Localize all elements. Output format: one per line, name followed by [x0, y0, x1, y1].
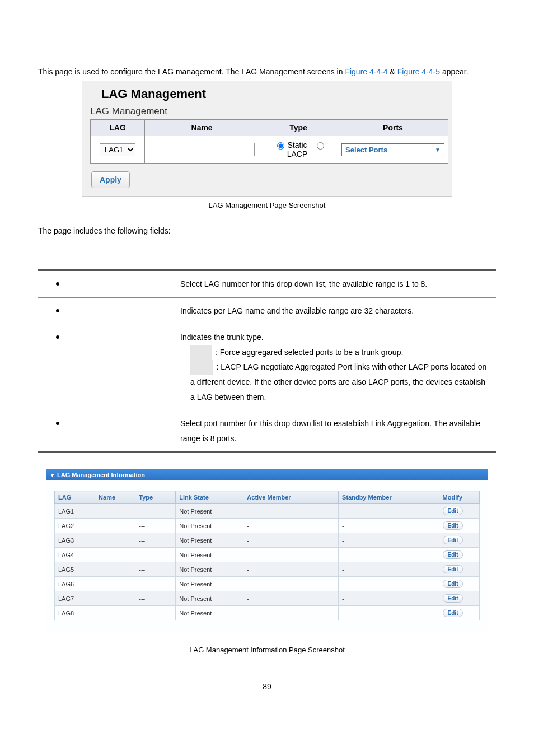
figure-link-2[interactable]: Figure 4-4-5 [397, 67, 440, 76]
lag-management-screenshot: LAG Management LAG Management LAG Name T… [82, 81, 452, 197]
cell-standby: - [339, 606, 439, 620]
page-number: 89 [38, 682, 496, 691]
cell-lag: LAG8 [55, 606, 95, 620]
cell-link: Not Present [176, 548, 243, 562]
cell-link: Not Present [176, 533, 243, 548]
lag-select[interactable]: LAG1 [100, 143, 135, 156]
section-subtitle: LAG Management [90, 106, 446, 117]
desc-row: Select port number for this drop down li… [38, 410, 496, 452]
edit-button[interactable]: Edit [443, 550, 463, 559]
apply-button[interactable]: Apply [91, 171, 130, 188]
th-link: Link State [176, 491, 243, 504]
desc-row: Select LAG number for this drop down lis… [38, 270, 496, 298]
cell-active: - [243, 562, 339, 577]
panel-header[interactable]: ▾ LAG Management Information [46, 469, 488, 480]
fields-description-table: Select LAG number for this drop down lis… [38, 240, 496, 453]
cell-standby: - [339, 577, 439, 591]
intro-paragraph: This page is used to configure the LAG m… [38, 67, 496, 76]
col-lag: LAG [91, 120, 145, 136]
cell-type: --- [135, 504, 176, 519]
cell-active: - [243, 577, 339, 591]
cell-link: Not Present [176, 606, 243, 620]
cell-modify: Edit [439, 504, 479, 519]
cell-active: - [243, 504, 339, 519]
th-modify: Modify [439, 491, 479, 504]
cell-lag: LAG7 [55, 591, 95, 606]
col-ports: Ports [338, 120, 448, 136]
cell-type: --- [135, 606, 176, 620]
cell-type: --- [135, 562, 176, 577]
cell-modify: Edit [439, 548, 479, 562]
cell-active: - [243, 591, 339, 606]
chevron-down-icon: ▼ [435, 147, 441, 153]
fields-intro: The page includes the following fields: [38, 226, 496, 235]
cell-modify: Edit [439, 533, 479, 548]
figure-caption-1: LAG Management Page Screenshot [38, 201, 496, 209]
cell-name [95, 562, 135, 577]
edit-button[interactable]: Edit [443, 594, 463, 603]
cell-lag: LAG4 [55, 548, 95, 562]
edit-button[interactable]: Edit [443, 507, 463, 515]
lag-info-table: LAG Name Type Link State Active Member S… [54, 491, 480, 620]
lag-form-table: LAG Name Type Ports LAG1 S [90, 119, 448, 164]
cell-active: - [243, 533, 339, 548]
th-type: Type [135, 491, 176, 504]
figure-link-1[interactable]: Figure 4-4-4 [345, 67, 387, 76]
bullet-icon [56, 309, 59, 312]
col-name: Name [145, 120, 259, 136]
figure-caption-2: LAG Management Information Page Screensh… [38, 646, 496, 654]
cell-name [95, 591, 135, 606]
edit-button[interactable]: Edit [443, 521, 463, 530]
cell-link: Not Present [176, 562, 243, 577]
cell-standby: - [339, 504, 439, 519]
bullet-icon [56, 422, 59, 425]
cell-active: - [243, 548, 339, 562]
cell-link: Not Present [176, 591, 243, 606]
cell-standby: - [339, 519, 439, 533]
cell-name [95, 606, 135, 620]
cell-name [95, 577, 135, 591]
chevron-down-icon: ▾ [51, 472, 54, 478]
edit-button[interactable]: Edit [443, 580, 463, 588]
cell-type: --- [135, 548, 176, 562]
bullet-icon [56, 335, 59, 339]
table-row: LAG6---Not Present--Edit [55, 577, 480, 591]
table-row: LAG1---Not Present--Edit [55, 504, 480, 519]
type-lacp-radio[interactable] [317, 142, 324, 150]
th-name: Name [95, 491, 135, 504]
cell-type: --- [135, 519, 176, 533]
cell-lag: LAG2 [55, 519, 95, 533]
th-lag: LAG [55, 491, 95, 504]
edit-button[interactable]: Edit [443, 565, 463, 573]
edit-button[interactable]: Edit [443, 609, 463, 617]
lag-info-screenshot: ▾ LAG Management Information LAG Name Ty… [46, 469, 488, 633]
desc-row: Indicates per LAG name and the available… [38, 297, 496, 324]
cell-standby: - [339, 562, 439, 577]
intro-prefix: This page is used to configure the LAG m… [38, 67, 345, 76]
th-active: Active Member [243, 491, 339, 504]
cell-standby: - [339, 533, 439, 548]
edit-button[interactable]: Edit [443, 536, 463, 544]
cell-type: --- [135, 577, 176, 591]
table-row: LAG4---Not Present--Edit [55, 548, 480, 562]
table-row: LAG5---Not Present--Edit [55, 562, 480, 577]
cell-lag: LAG3 [55, 533, 95, 548]
lag-name-input[interactable] [149, 143, 255, 156]
intro-mid: & [390, 67, 397, 76]
cell-link: Not Present [176, 577, 243, 591]
cell-type: --- [135, 533, 176, 548]
cell-lag: LAG6 [55, 577, 95, 591]
th-standby: Standby Member [339, 491, 439, 504]
select-ports-dropdown[interactable]: Select Ports ▼ [341, 143, 444, 156]
col-type: Type [259, 120, 338, 136]
cell-standby: - [339, 548, 439, 562]
table-row: LAG2---Not Present--Edit [55, 519, 480, 533]
page-title: LAG Management [101, 87, 446, 101]
cell-name [95, 533, 135, 548]
type-static-option[interactable]: Static [274, 141, 310, 150]
cell-modify: Edit [439, 577, 479, 591]
cell-lag: LAG1 [55, 504, 95, 519]
type-static-radio[interactable] [277, 142, 284, 150]
cell-modify: Edit [439, 606, 479, 620]
table-row: LAG3---Not Present--Edit [55, 533, 480, 548]
